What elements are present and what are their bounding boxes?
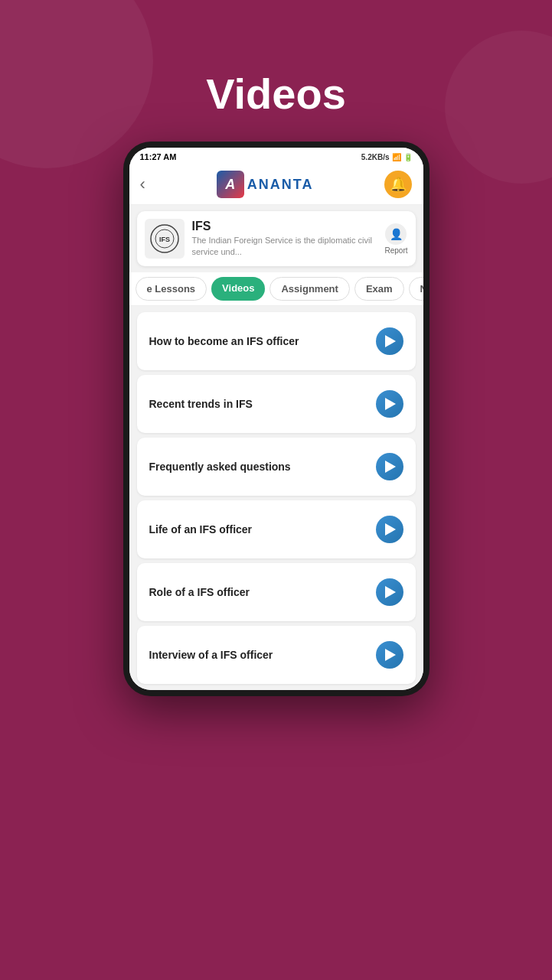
video-title-1: How to become an IFS officer <box>149 335 368 347</box>
tab-videos[interactable]: Videos <box>211 277 265 301</box>
phone-frame: 11:27 AM 5.2KB/s 📶 🔋 ‹ A ANANTA 🔔 <box>123 142 430 696</box>
play-triangle-icon-5 <box>385 586 396 598</box>
play-triangle-icon <box>385 335 396 347</box>
video-item-5[interactable]: Role of a IFS officer <box>137 563 416 621</box>
video-title-3: Frequently asked questions <box>149 461 368 473</box>
tabs-bar: e Lessons Videos Assignment Exam N <box>129 272 423 306</box>
play-button-3[interactable] <box>376 453 403 480</box>
tab-live-lessons[interactable]: e Lessons <box>136 277 207 301</box>
tab-more[interactable]: N <box>409 277 423 301</box>
play-button-5[interactable] <box>376 578 403 606</box>
report-icon: 👤 <box>385 223 407 245</box>
status-time: 11:27 AM <box>140 152 177 161</box>
video-item-4[interactable]: Life of an IFS officer <box>137 500 416 558</box>
report-label: Report <box>384 246 407 255</box>
play-button-6[interactable] <box>376 641 403 669</box>
video-item-6[interactable]: Interview of a IFS officer <box>137 626 416 684</box>
svg-text:IFS: IFS <box>158 236 169 243</box>
logo-icon: A <box>217 171 244 198</box>
video-title-4: Life of an IFS officer <box>149 523 368 536</box>
video-title-2: Recent trends in IFS <box>149 398 368 410</box>
video-list: How to become an IFS officer Recent tren… <box>129 306 423 690</box>
play-triangle-icon-6 <box>385 649 396 661</box>
logo-text: ANANTA <box>247 177 314 193</box>
notification-bell-button[interactable]: 🔔 <box>384 171 412 198</box>
tab-exam[interactable]: Exam <box>354 277 404 301</box>
phone-screen: 11:27 AM 5.2KB/s 📶 🔋 ‹ A ANANTA 🔔 <box>129 148 423 690</box>
video-title-5: Role of a IFS officer <box>149 586 368 598</box>
course-logo-icon: IFS <box>145 219 185 259</box>
back-button[interactable]: ‹ <box>140 174 145 194</box>
play-triangle-icon-2 <box>385 398 396 410</box>
tab-assignment[interactable]: Assignment <box>269 277 349 301</box>
video-item-3[interactable]: Frequently asked questions <box>137 438 416 496</box>
play-button-2[interactable] <box>376 390 403 418</box>
play-button-4[interactable] <box>376 516 403 543</box>
course-info: IFS The Indian Foreign Service is the di… <box>192 220 379 259</box>
video-item-1[interactable]: How to become an IFS officer <box>137 312 416 370</box>
report-button[interactable]: 👤 Report <box>384 223 407 255</box>
battery-icon: 🔋 <box>403 153 413 161</box>
app-header: ‹ A ANANTA 🔔 <box>129 164 423 205</box>
video-item-2[interactable]: Recent trends in IFS <box>137 375 416 433</box>
page-title: Videos <box>206 69 346 119</box>
video-title-6: Interview of a IFS officer <box>149 649 368 661</box>
signal-icon: 📶 <box>392 153 401 161</box>
play-triangle-icon-4 <box>385 523 396 536</box>
course-description: The Indian Foreign Service is the diplom… <box>192 235 379 259</box>
play-button-1[interactable] <box>376 327 403 355</box>
status-bar: 11:27 AM 5.2KB/s 📶 🔋 <box>129 148 423 164</box>
network-speed: 5.2KB/s <box>361 153 390 161</box>
play-triangle-icon-3 <box>385 461 396 473</box>
course-card: IFS IFS The Indian Foreign Service is th… <box>137 211 416 266</box>
logo-area: A ANANTA <box>217 171 314 198</box>
status-icons: 5.2KB/s 📶 🔋 <box>361 153 413 161</box>
course-title: IFS <box>192 220 379 233</box>
